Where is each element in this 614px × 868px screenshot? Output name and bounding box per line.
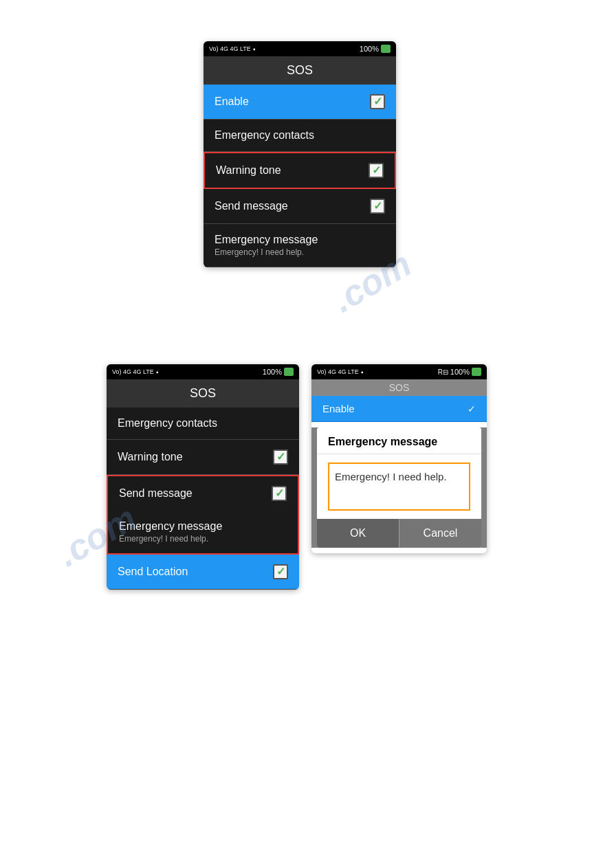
br-dialog-box: Emergency message Emergency! I need help…: [317, 427, 481, 548]
top-emergency-message-sub: Emergency! I need help.: [215, 247, 318, 257]
bl-battery-percent: 100%: [263, 368, 282, 376]
bl-warning-tone-checkbox[interactable]: ✓: [273, 449, 288, 465]
bl-emergency-contacts-item[interactable]: Emergency contacts: [107, 408, 299, 440]
br-storage-icon: R⊟: [438, 368, 448, 376]
top-emergency-contacts-item[interactable]: Emergency contacts: [204, 120, 396, 152]
bl-send-location-checkmark: ✓: [276, 566, 285, 577]
bl-sos-title: SOS: [107, 379, 299, 408]
bl-warning-tone-item[interactable]: Warning tone ✓: [107, 440, 299, 475]
top-warning-tone-item[interactable]: Warning tone ✓: [204, 152, 396, 189]
bl-emergency-message-label: Emergency message: [119, 520, 222, 533]
top-emergency-message-item[interactable]: Emergency message Emergency! I need help…: [204, 224, 396, 267]
bl-send-location-label: Send Location: [118, 566, 188, 578]
br-dialog-title: Emergency message: [317, 427, 481, 454]
top-send-message-checkbox[interactable]: ✓: [370, 199, 385, 214]
top-send-message-item[interactable]: Send message ✓: [204, 189, 396, 224]
status-left-icons: Vo) 4G 4G LTE ▪: [209, 45, 255, 53]
br-dialog-buttons: OK Cancel: [317, 519, 481, 548]
br-enable-check: ✓: [468, 403, 476, 414]
bl-emergency-message-content: Emergency message Emergency! I need help…: [119, 520, 222, 544]
top-emergency-message-content: Emergency message Emergency! I need help…: [215, 234, 318, 257]
top-phone-status-bar: Vo) 4G 4G LTE ▪ 100%: [204, 41, 396, 56]
br-sos-title-partial: SOS: [311, 379, 487, 396]
top-warning-tone-label: Warning tone: [216, 164, 281, 177]
br-carrier-label: Vo) 4G 4G LTE: [317, 368, 359, 375]
br-status-right: R⊟ 100%: [438, 368, 481, 376]
br-sd-card-icon: [472, 368, 481, 376]
sd-card-icon: [381, 45, 391, 53]
status-right-icons: 100%: [360, 45, 391, 53]
br-battery-percent: 100%: [450, 368, 470, 376]
br-dialog-overlay: Emergency message Emergency! I need help…: [311, 427, 487, 548]
br-cancel-button[interactable]: Cancel: [399, 519, 481, 548]
bottom-left-phone-screenshot: Vo) 4G 4G LTE ▪ 100% SOS Emergency conta…: [107, 364, 299, 590]
bl-sd-card-icon: [284, 368, 294, 376]
top-enable-label: Enable: [215, 96, 249, 108]
bl-status-bar: Vo) 4G 4G LTE ▪ 100%: [107, 364, 299, 379]
signal-icon: ▪: [253, 45, 256, 53]
top-warning-tone-checkmark: ✓: [372, 165, 381, 176]
br-enable-label: Enable: [322, 403, 355, 414]
bl-send-message-label: Send message: [119, 487, 193, 500]
bl-carrier-label: Vo) 4G 4G LTE: [112, 368, 154, 375]
top-emergency-contacts-label: Emergency contacts: [215, 129, 314, 142]
top-send-message-checkmark: ✓: [373, 201, 382, 212]
br-signal-icon: ▪: [361, 368, 364, 376]
bl-send-location-item[interactable]: Send Location ✓: [107, 555, 299, 590]
br-dialog-body: Emergency! I need help.: [317, 454, 481, 519]
top-phone-screenshot: Vo) 4G 4G LTE ▪ 100% SOS Enable ✓ Emerge…: [204, 41, 396, 267]
carrier-label: Vo) 4G 4G LTE: [209, 45, 251, 52]
bl-send-message-item[interactable]: Send message ✓: [107, 475, 299, 511]
bl-signal-icon: ▪: [156, 368, 159, 376]
top-warning-tone-checkbox[interactable]: ✓: [369, 163, 384, 178]
top-sos-title: SOS: [204, 56, 396, 85]
top-enable-checkbox[interactable]: ✓: [370, 94, 385, 109]
br-enable-partial: Enable ✓: [311, 396, 487, 422]
br-status-bar: Vo) 4G 4G LTE ▪ R⊟ 100%: [311, 364, 487, 379]
bl-send-message-checkbox[interactable]: ✓: [272, 486, 287, 501]
br-dialog-textarea[interactable]: Emergency! I need help.: [328, 463, 470, 511]
br-status-left: Vo) 4G 4G LTE ▪: [317, 368, 363, 376]
bl-warning-tone-label: Warning tone: [118, 451, 183, 463]
top-enable-checkmark: ✓: [373, 96, 382, 107]
bl-warning-tone-checkmark: ✓: [276, 452, 285, 463]
top-enable-item[interactable]: Enable ✓: [204, 85, 396, 120]
bl-send-location-checkbox[interactable]: ✓: [273, 564, 288, 579]
bottom-right-phone-screenshot: Vo) 4G 4G LTE ▪ R⊟ 100% SOS Enable ✓ Eme…: [311, 364, 487, 553]
bl-status-left: Vo) 4G 4G LTE ▪: [112, 368, 158, 376]
top-emergency-message-label: Emergency message: [215, 234, 318, 246]
bl-send-message-checkmark: ✓: [275, 488, 284, 499]
top-send-message-label: Send message: [215, 200, 288, 212]
bl-emergency-message-sub: Emergency! I need help.: [119, 534, 222, 544]
bl-emergency-contacts-label: Emergency contacts: [118, 417, 217, 430]
br-ok-button[interactable]: OK: [317, 519, 399, 548]
bl-status-right: 100%: [263, 368, 294, 376]
battery-percent: 100%: [360, 45, 379, 53]
bl-emergency-message-item[interactable]: Emergency message Emergency! I need help…: [107, 511, 299, 555]
